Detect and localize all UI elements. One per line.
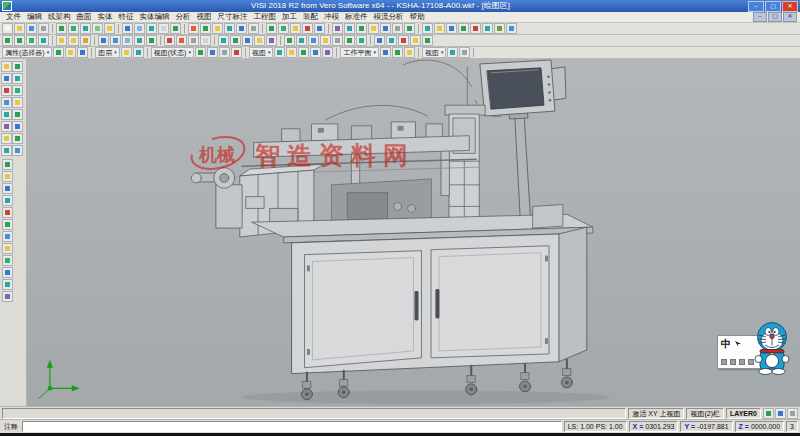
toolbar-icon[interactable] (302, 23, 313, 34)
toolbar-icon[interactable] (200, 23, 211, 34)
toolbar-icon[interactable] (1, 73, 12, 84)
toolbar-icon[interactable] (274, 47, 285, 58)
toolbar-icon[interactable] (434, 23, 445, 34)
toolbar-icon[interactable] (446, 23, 457, 34)
toolbar-icon[interactable] (254, 35, 265, 46)
toolbar-icon[interactable] (248, 23, 259, 34)
toolbar-icon[interactable] (266, 35, 277, 46)
menu-item[interactable]: 工程图 (251, 12, 280, 22)
toolbar-icon[interactable] (164, 35, 175, 46)
toolbar-icon[interactable] (470, 23, 481, 34)
toolbar-icon[interactable] (12, 85, 23, 96)
toolbar-icon[interactable] (1, 85, 12, 96)
minimize-button[interactable]: ‒ (748, 1, 764, 12)
toolbar-icon[interactable] (80, 23, 91, 34)
tower-frame[interactable] (445, 105, 485, 228)
menu-item[interactable]: 线架构 (45, 12, 74, 22)
toolbar-icon[interactable] (188, 35, 199, 46)
menu-item[interactable]: 实体 (95, 12, 116, 22)
toolbar-icon[interactable] (368, 23, 379, 34)
toolbar-icon[interactable] (122, 23, 133, 34)
toolbar-icon[interactable] (12, 97, 23, 108)
toolbar-icon[interactable] (1, 61, 12, 72)
toolbar-icon[interactable] (1, 97, 12, 108)
toolbar-group-label[interactable]: 视图(状态)▾ (151, 47, 194, 58)
toolbar-icon[interactable] (298, 47, 309, 58)
toolbar-icon[interactable] (104, 23, 115, 34)
toolbar-icon[interactable] (2, 195, 13, 206)
toolbar-icon[interactable] (392, 23, 403, 34)
toolbar-icon[interactable] (386, 35, 397, 46)
toolbar-icon[interactable] (146, 23, 157, 34)
toolbar-icon[interactable] (12, 109, 23, 120)
toolbar-icon[interactable] (12, 121, 23, 132)
menu-item[interactable]: 加工 (279, 12, 300, 22)
toolbar-icon[interactable] (322, 47, 333, 58)
toolbar-icon[interactable] (482, 23, 493, 34)
panel-indicator[interactable]: 视图(2)栏 (686, 408, 724, 419)
toolbar-icon[interactable] (56, 23, 67, 34)
toolbar-group-label[interactable]: 工作平面▾ (340, 47, 379, 58)
toolbar-icon[interactable] (56, 35, 67, 46)
annotation-input[interactable] (22, 421, 562, 432)
control-monitor[interactable] (480, 60, 566, 227)
toolbar-icon[interactable] (12, 73, 23, 84)
status-toggle-icon[interactable] (763, 408, 774, 419)
toolbar-icon[interactable] (110, 35, 121, 46)
toolbar-icon[interactable] (380, 23, 391, 34)
toolbar-icon[interactable] (2, 207, 13, 218)
toolbar-icon[interactable] (146, 35, 157, 46)
toolbar-icon[interactable] (344, 35, 355, 46)
toolbar-icon[interactable] (80, 35, 91, 46)
mdi-minimize-button[interactable]: ‒ (753, 12, 767, 22)
toolbar-icon[interactable] (447, 47, 458, 58)
toolbar-icon[interactable] (458, 23, 469, 34)
cabinet-body[interactable] (292, 227, 587, 373)
layer-indicator[interactable]: LAYER0 (726, 408, 761, 419)
toolbar-icon[interactable] (310, 47, 321, 58)
toolbar-icon[interactable] (134, 35, 145, 46)
toolbar-icon[interactable] (98, 35, 109, 46)
menu-item[interactable]: 特征 (116, 12, 137, 22)
menu-item[interactable]: 装配 (300, 12, 321, 22)
toolbar-icon[interactable] (12, 145, 23, 156)
menu-item[interactable]: 实体编辑 (137, 12, 173, 22)
menu-item[interactable]: 视图 (194, 12, 215, 22)
menu-item[interactable]: 文件 (3, 12, 24, 22)
menu-item[interactable]: 曲面 (74, 12, 95, 22)
toolbar-icon[interactable] (2, 159, 13, 170)
workplane-indicator[interactable]: 激活 XY 上视图 (628, 408, 684, 419)
toolbar-icon[interactable] (392, 47, 403, 58)
toolbar-icon[interactable] (188, 23, 199, 34)
toolbar-icon[interactable] (2, 23, 13, 34)
toolbar-group-label[interactable]: 视图▾ (422, 47, 447, 58)
toolbar-icon[interactable] (1, 109, 12, 120)
toolbar-icon[interactable] (278, 23, 289, 34)
toolbar-icon[interactable] (176, 35, 187, 46)
ime-language-indicator[interactable]: 中 (721, 337, 731, 351)
toolbar-icon[interactable] (219, 47, 230, 58)
toolbar-icon[interactable] (2, 171, 13, 182)
toolbar-icon[interactable] (459, 47, 470, 58)
toolbar-icon[interactable] (38, 23, 49, 34)
toolbar-icon[interactable] (65, 47, 76, 58)
toolbar-icon[interactable] (26, 35, 37, 46)
toolbar-icon[interactable] (320, 35, 331, 46)
toolbar-icon[interactable] (200, 35, 211, 46)
menu-item[interactable]: 标准件 (342, 12, 371, 22)
viewport-canvas[interactable]: 机械 智造资料网 中 (27, 59, 800, 406)
toolbar-icon[interactable] (122, 35, 133, 46)
toolbar-icon[interactable] (2, 231, 13, 242)
menu-item[interactable]: 帮助 (407, 12, 428, 22)
mdi-restore-button[interactable]: ▢ (768, 12, 782, 22)
toolbar-icon[interactable] (2, 255, 13, 266)
toolbar-icon[interactable] (284, 35, 295, 46)
menu-item[interactable]: 冲模 (321, 12, 342, 22)
toolbar-icon[interactable] (266, 23, 277, 34)
menu-item[interactable]: 模流分析 (371, 12, 407, 22)
menu-item[interactable]: 编辑 (24, 12, 45, 22)
maximize-button[interactable]: ▢ (765, 1, 781, 12)
toolbar-group-label[interactable]: 视图▾ (249, 47, 274, 58)
toolbar-icon[interactable] (92, 23, 103, 34)
toolbar-icon[interactable] (1, 121, 12, 132)
